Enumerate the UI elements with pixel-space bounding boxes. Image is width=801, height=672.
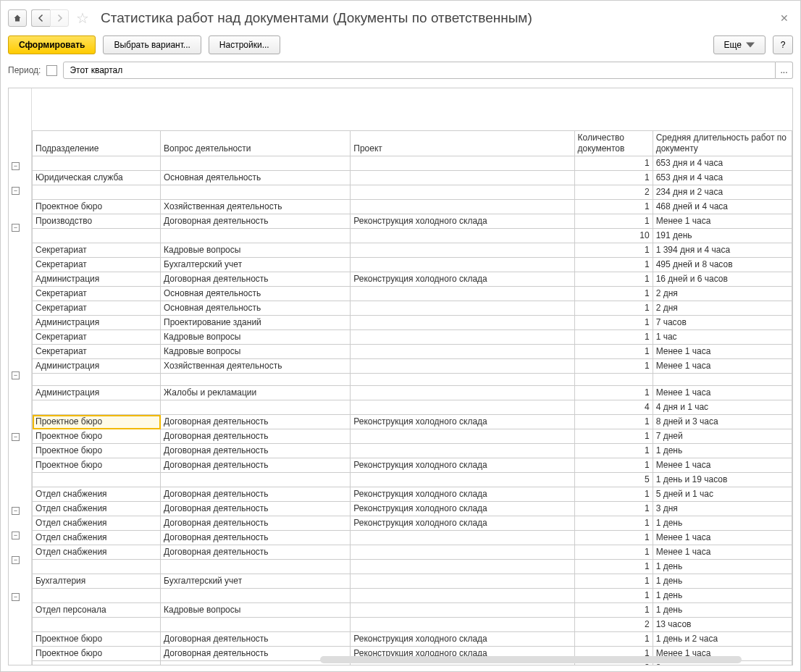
more-button[interactable]: Еще	[713, 35, 766, 54]
period-checkbox[interactable]	[46, 65, 57, 76]
cell-activity: Договорная деятельность	[161, 272, 351, 287]
table-row[interactable]: 213 часов	[33, 618, 792, 632]
cell-project	[351, 171, 574, 185]
table-row[interactable]: 11 день	[33, 560, 792, 574]
table-row[interactable]: Проектное бюроДоговорная деятельностьРек…	[33, 458, 792, 473]
table-row[interactable]: ПроизводствоДоговорная деятельностьРекон…	[33, 214, 792, 229]
table-row[interactable]: СекретариатОсновная деятельность12 дня	[33, 287, 792, 301]
cell-avg: 7 дней	[653, 429, 792, 444]
table-row[interactable]: Проектное бюроДоговорная деятельность17 …	[33, 429, 792, 444]
cell-activity: Проектирование зданий	[161, 316, 351, 330]
report-content[interactable]: Подразделение Вопрос деятельности Проект…	[32, 88, 792, 665]
cell-activity: Договорная деятельность	[161, 516, 351, 531]
table-row[interactable]: Проектное бюроДоговорная деятельностьРек…	[33, 415, 792, 429]
table-row[interactable]: Отдел снабженияДоговорная деятельностьРе…	[33, 487, 792, 502]
table-row[interactable]: Отдел снабженияДоговорная деятельность1М…	[33, 531, 792, 545]
table-row[interactable]: БухгалтерияБухгалтерский учет11 день	[33, 574, 792, 589]
close-button[interactable]: ✕	[776, 11, 793, 25]
table-row[interactable]: СекретариатКадровые вопросы11 час	[33, 330, 792, 345]
table-row[interactable]: АдминистрацияПроектирование зданий17 час…	[33, 316, 792, 330]
cell-count: 1	[574, 531, 653, 545]
table-row[interactable]: Проектное бюроХозяйственная деятельность…	[33, 200, 792, 214]
back-button[interactable]	[31, 9, 50, 27]
cell-activity: Договорная деятельность	[161, 487, 351, 502]
cell-avg: Менее 1 часа	[653, 545, 792, 560]
table-row[interactable]: 10191 день	[33, 229, 792, 243]
table-row[interactable]: Отдел снабженияДоговорная деятельностьРе…	[33, 502, 792, 516]
cell-project: Реконструкция холодного склада	[351, 214, 574, 229]
cell-dept	[33, 400, 161, 415]
table-row[interactable]: Отдел персоналаКадровые вопросы11 день	[33, 603, 792, 618]
cell-project	[351, 386, 574, 400]
cell-project	[351, 316, 574, 330]
cell-avg: Менее 1 часа	[653, 386, 792, 400]
table-row[interactable]: АдминистрацияЖалобы и рекламации1Менее 1…	[33, 386, 792, 400]
cell-dept: Проектное бюро	[33, 458, 161, 473]
cell-activity: Договорная деятельность	[161, 429, 351, 444]
cell-activity	[161, 560, 351, 574]
table-row[interactable]: АдминистрацияХозяйственная деятельность1…	[33, 359, 792, 374]
table-row[interactable]: 44 дня и 1 час	[33, 400, 792, 415]
table-row[interactable]: 11 день	[33, 589, 792, 603]
cell-activity: Бухгалтерский учет	[161, 574, 351, 589]
help-button[interactable]: ?	[773, 35, 793, 54]
more-label: Еще	[724, 40, 742, 50]
table-row[interactable]: 2234 дня и 2 часа	[33, 185, 792, 200]
cell-avg: 13 часов	[653, 618, 792, 632]
cell-activity: Бухгалтерский учет	[161, 258, 351, 272]
home-button[interactable]	[8, 9, 27, 27]
cell-dept	[33, 618, 161, 632]
settings-button[interactable]: Настройки...	[209, 35, 280, 54]
forward-button[interactable]	[50, 9, 69, 27]
cell-avg: 653 дня и 4 часа	[653, 156, 792, 171]
tree-collapse-icon[interactable]: −	[12, 433, 20, 441]
tree-collapse-icon[interactable]: −	[12, 507, 20, 515]
table-row[interactable]	[33, 374, 792, 386]
toolbar: Сформировать Выбрать вариант... Настройк…	[8, 34, 793, 62]
cell-avg: Менее 1 часа	[653, 359, 792, 374]
table-row[interactable]: Отдел снабженияДоговорная деятельностьРе…	[33, 516, 792, 531]
outline-column[interactable]: −−−−−−−−−	[9, 88, 32, 665]
cell-avg: 468 дней и 4 часа	[653, 200, 792, 214]
tree-collapse-icon[interactable]: −	[12, 224, 20, 232]
tree-collapse-icon[interactable]: −	[12, 556, 20, 564]
tree-collapse-icon[interactable]: −	[12, 187, 20, 195]
horizontal-scrollbar[interactable]	[320, 656, 742, 663]
table-row[interactable]: СекретариатОсновная деятельность12 дня	[33, 301, 792, 316]
cell-activity: Основная деятельность	[161, 287, 351, 301]
table-row[interactable]: Отдел снабженияДоговорная деятельность1М…	[33, 545, 792, 560]
table-row[interactable]: СекретариатКадровые вопросы1Менее 1 часа	[33, 345, 792, 359]
tree-collapse-icon[interactable]: −	[12, 593, 20, 601]
cell-activity: Хозяйственная деятельность	[161, 200, 351, 214]
cell-avg: 1 394 дня и 4 часа	[653, 243, 792, 258]
table-row[interactable]: СекретариатБухгалтерский учет1495 дней и…	[33, 258, 792, 272]
table-row[interactable]: Проектное бюроДоговорная деятельность11 …	[33, 444, 792, 458]
period-input[interactable]	[63, 62, 776, 79]
period-picker-button[interactable]: ...	[776, 62, 793, 79]
cell-count: 1	[574, 502, 653, 516]
tree-collapse-icon[interactable]: −	[12, 162, 20, 170]
tree-collapse-icon[interactable]: −	[12, 532, 20, 539]
table-row[interactable]: Юридическая службаОсновная деятельность1…	[33, 171, 792, 185]
cell-dept	[33, 560, 161, 574]
tree-collapse-icon[interactable]: −	[12, 371, 20, 379]
table-row[interactable]: Проектное бюроДоговорная деятельностьРек…	[33, 632, 792, 647]
cell-dept: Проектное бюро	[33, 632, 161, 647]
cell-count: 1	[574, 214, 653, 229]
cell-project	[351, 243, 574, 258]
generate-button[interactable]: Сформировать	[8, 35, 96, 54]
cell-project	[351, 574, 574, 589]
cell-dept: Отдел снабжения	[33, 502, 161, 516]
choose-variant-button[interactable]: Выбрать вариант...	[103, 35, 201, 54]
cell-dept: Юридическая служба	[33, 171, 161, 185]
table-row[interactable]: 1653 дня и 4 часа	[33, 156, 792, 171]
period-row: Период: ...	[8, 62, 793, 88]
table-row[interactable]: 51 день и 19 часов	[33, 473, 792, 487]
table-row[interactable]: АдминистрацияДоговорная деятельностьРеко…	[33, 272, 792, 287]
favorite-star-icon[interactable]: ☆	[73, 9, 92, 27]
cell-dept: Бухгалтерия	[33, 574, 161, 589]
table-row[interactable]: СекретариатКадровые вопросы11 394 дня и …	[33, 243, 792, 258]
cell-project	[351, 444, 574, 458]
cell-activity	[161, 473, 351, 487]
cell-dept: Администрация	[33, 359, 161, 374]
